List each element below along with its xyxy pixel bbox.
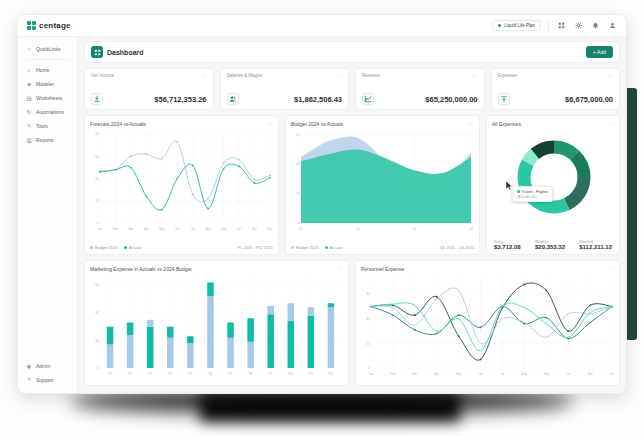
card-menu-button[interactable]: ⋯ [336, 73, 342, 78]
kpi-row: Net Income⋯$56,712,353.26Salaries & Wage… [84, 68, 620, 110]
svg-text:Apr: Apr [435, 372, 439, 376]
centage-logo[interactable]: centage [27, 21, 71, 30]
stat-value: $3,712.08 [494, 244, 521, 250]
svg-text:Nov: Nov [588, 372, 594, 376]
sidebar-item-tools[interactable]: ✎Tools [18, 119, 77, 133]
svg-text:Jun: Jun [175, 227, 180, 231]
svg-text:P12: P12 [328, 372, 333, 376]
personnel-chart-card: Personnel Expense ⋯ JanFebMarAprMayJunJu… [355, 260, 620, 386]
modeler-icon: ◈ [26, 81, 32, 87]
mouse-cursor-icon [505, 177, 513, 195]
plan-selector-button[interactable]: Liquid Life Plan [492, 20, 541, 31]
notifications-bell-icon[interactable] [590, 21, 600, 31]
support-icon: ? [26, 377, 32, 383]
svg-text:Jul: Jul [501, 372, 505, 376]
marketing-bar-chart: P1P2P3P4P5P6P7P8P9P10P11P120204060 [90, 274, 343, 380]
svg-text:Q3: Q3 [412, 227, 416, 231]
sidebar-item-label: Support [36, 377, 54, 383]
main-content: Dashboard + Add Net Income⋯$56,712,353.2… [78, 37, 626, 393]
card-menu-button[interactable]: ⋯ [468, 121, 474, 126]
tools-icon: ✎ [26, 123, 32, 129]
sidebar-item-admin[interactable]: ◉Admin [18, 359, 77, 373]
svg-text:40: 40 [296, 162, 300, 166]
legend-dot [291, 246, 294, 249]
apps-grid-icon[interactable] [556, 21, 566, 31]
svg-text:P9: P9 [269, 372, 273, 376]
chart-title: Personnel Expense [361, 266, 404, 272]
svg-text:Mar: Mar [412, 372, 417, 376]
forecast-line-chart: JanFebMarAprMayJunJulAugSepOctNovDec0204… [90, 129, 273, 235]
user-account-icon[interactable] [607, 21, 617, 31]
svg-text:May: May [159, 227, 165, 231]
card-header: Personnel Expense ⋯ [361, 266, 614, 272]
sidebar-item-label: Admin [36, 363, 50, 369]
donut-tooltip: Travel - Flights ($3,280.00) [512, 186, 553, 202]
add-button[interactable]: + Add [586, 46, 613, 58]
kpi-card-expenses: Expenses⋯$6,675,000.00 [491, 68, 621, 110]
card-menu-button[interactable]: ⋯ [337, 266, 343, 271]
legend-item: Budget 2024 [90, 245, 118, 250]
sidebar-item-label: Tools [36, 123, 48, 129]
svg-text:Dec: Dec [610, 372, 615, 376]
sidebar-item-home[interactable]: ⌂Home [18, 63, 77, 77]
svg-text:P1: P1 [108, 372, 112, 376]
card-menu-button[interactable]: ⋯ [472, 73, 478, 78]
sidebar-divider [26, 59, 69, 60]
users-icon [227, 93, 239, 105]
kpi-label: Expenses [498, 73, 518, 78]
svg-text:60: 60 [296, 133, 300, 137]
svg-text:P4: P4 [169, 372, 173, 376]
worksheets-icon: ▤ [26, 95, 32, 101]
svg-text:Nov: Nov [252, 227, 258, 231]
svg-text:Sep: Sep [544, 372, 549, 376]
chartline-icon [362, 93, 374, 105]
kpi-header: Revenue⋯ [362, 73, 478, 78]
kpi-label: Net Income [91, 73, 114, 78]
forecast-chart-card: Forecast 2024 vs Actuals ⋯ JanFebMarAprM… [84, 115, 279, 255]
svg-text:Jun: Jun [478, 372, 483, 376]
sidebar-spacer [18, 147, 77, 359]
card-menu-button[interactable]: ⋯ [608, 121, 614, 126]
budget-area-chart: Q1Q2Q3Q40204060 [291, 129, 474, 235]
tooltip-label: Travel - Flights [522, 189, 548, 194]
svg-text:Mar: Mar [128, 227, 133, 231]
window-drop-shadow-inner [200, 392, 460, 422]
card-menu-button[interactable]: ⋯ [201, 73, 207, 78]
card-menu-button[interactable]: ⋯ [607, 73, 613, 78]
card-header: Marketing Expense in Actuals vs 2024 Bud… [90, 266, 343, 272]
svg-text:Jan: Jan [98, 227, 103, 231]
svg-text:Feb: Feb [390, 372, 395, 376]
page-header: Dashboard + Add [84, 41, 620, 63]
svg-text:P6: P6 [209, 372, 213, 376]
card-header: Budget 2024 vs Actuals ⋯ [291, 121, 474, 127]
svg-text:Dec: Dec [268, 227, 273, 231]
sidebar-item-modeler[interactable]: ◈Modeler [18, 77, 77, 91]
svg-text:Apr: Apr [144, 227, 148, 231]
sidebar-item-label: Reports [36, 137, 54, 143]
page-title: Dashboard [107, 49, 144, 56]
stat-value: $112,211.12 [579, 244, 612, 250]
sidebar-item-label: Worksheets [36, 95, 62, 101]
sidebar-item-support[interactable]: ?Support [18, 373, 77, 387]
settings-gear-icon[interactable] [573, 21, 583, 31]
svg-text:0: 0 [97, 221, 99, 225]
kpi-body: $56,712,353.26 [91, 93, 207, 105]
sidebar-nav: ☆QuickLinks⌂Home◈Modeler▤Worksheets↻Auto… [18, 42, 77, 147]
svg-text:80: 80 [95, 132, 99, 136]
card-menu-button[interactable]: ⋯ [267, 121, 273, 126]
chart-legend: Budget 2024Actuals [90, 245, 142, 250]
svg-text:P5: P5 [189, 372, 193, 376]
sidebar-item-worksheets[interactable]: ▤Worksheets [18, 91, 77, 105]
sidebar-item-label: Automations [36, 109, 64, 115]
sidebar-item-automations[interactable]: ↻Automations [18, 105, 77, 119]
sidebar-item-quicklinks[interactable]: ☆QuickLinks [18, 42, 77, 56]
svg-text:Sep: Sep [221, 227, 226, 231]
sidebar-item-reports[interactable]: ▥Reports [18, 133, 77, 147]
legend-label: Actuals [330, 245, 343, 250]
kpi-card-net-income: Net Income⋯$56,712,353.26 [84, 68, 214, 110]
kpi-value: $56,712,353.26 [154, 95, 206, 104]
card-footer: Budget 2024Actuals P1 2025 - P12 2025 [90, 245, 273, 250]
card-menu-button[interactable]: ⋯ [608, 266, 614, 271]
centage-logo-icon [27, 21, 36, 30]
svg-text:Oct: Oct [237, 227, 242, 231]
